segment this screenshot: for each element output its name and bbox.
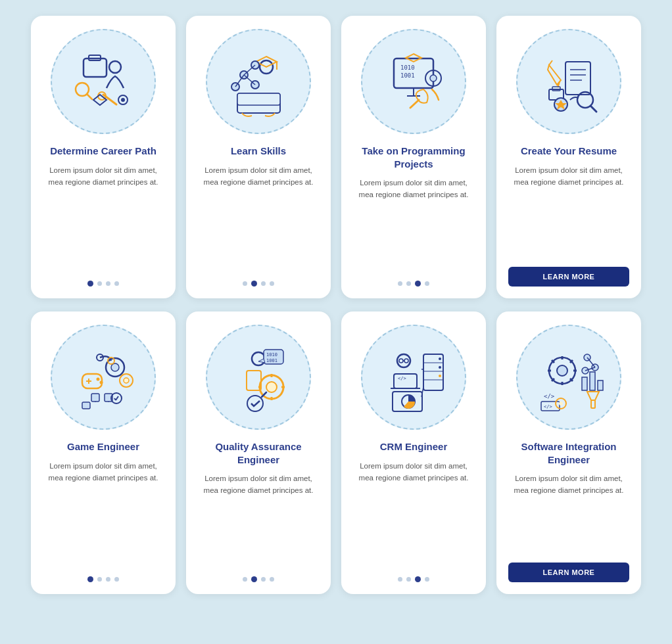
dot	[415, 281, 421, 287]
learn-more-button-software[interactable]: LEARN MORE	[508, 563, 629, 582]
dot	[270, 577, 274, 582]
svg-rect-107	[582, 377, 587, 390]
card-body-learn: Lorem ipsum dolor sit dim amet, mea regi…	[198, 164, 319, 272]
dot	[106, 577, 110, 582]
svg-line-4	[87, 94, 92, 99]
svg-text:</>: </>	[398, 376, 406, 381]
card-row-2: Game Engineer Lorem ipsum dolor sit dim …	[16, 311, 656, 594]
card-title-crm: CRM Engineer	[380, 440, 448, 453]
dot	[114, 281, 119, 286]
svg-point-76	[404, 359, 408, 363]
card-create-resume: Create Your Resume Lorem ipsum dolor sit…	[496, 16, 641, 298]
dot	[398, 281, 402, 286]
dot	[261, 577, 266, 582]
svg-rect-0	[84, 58, 107, 77]
learn-more-button-resume[interactable]: LEARN MORE	[508, 267, 629, 287]
svg-point-28	[430, 75, 437, 81]
svg-point-48	[111, 363, 119, 371]
svg-line-105	[587, 357, 595, 367]
svg-rect-20	[237, 93, 280, 105]
svg-rect-111	[591, 400, 595, 408]
card-dots-game	[87, 576, 119, 582]
dot	[270, 281, 274, 286]
card-icon-software: </> </>	[516, 325, 621, 430]
svg-point-46	[100, 381, 103, 384]
svg-marker-110	[587, 392, 599, 400]
card-icon-game	[51, 325, 156, 430]
svg-line-16	[244, 65, 255, 75]
card-icon-crm: </>	[361, 325, 466, 430]
dot	[251, 281, 257, 287]
svg-point-8	[121, 98, 125, 102]
card-title-learn: Learn Skills	[231, 145, 286, 158]
svg-rect-51	[91, 394, 99, 402]
card-dots-determine	[87, 281, 119, 287]
card-body-software: Lorem ipsum dolor sit dim amet, mea regi…	[508, 472, 629, 553]
svg-text:1010: 1010	[266, 352, 277, 357]
svg-line-26	[410, 100, 419, 108]
dot	[415, 576, 421, 582]
svg-point-85	[439, 357, 441, 360]
dot	[87, 281, 93, 287]
card-icon-learn	[206, 29, 311, 134]
card-dots-qa	[243, 576, 274, 582]
svg-text:1001: 1001	[266, 358, 277, 363]
dot	[97, 281, 102, 286]
card-body-qa: Lorem ipsum dolor sit dim amet, mea regi…	[198, 472, 319, 567]
svg-rect-53	[82, 402, 90, 409]
card-determine-career-path: Determine Career Path Lorem ipsum dolor …	[31, 16, 176, 298]
svg-rect-42	[82, 374, 102, 388]
card-title-resume: Create Your Resume	[521, 145, 617, 158]
svg-text:1010: 1010	[400, 64, 415, 71]
svg-text:1001: 1001	[400, 72, 415, 79]
dot	[406, 281, 411, 286]
svg-text:</>: </>	[544, 404, 552, 409]
svg-line-17	[244, 75, 255, 85]
svg-rect-108	[590, 372, 595, 390]
card-icon-resume	[516, 29, 621, 134]
card-crm-engineer: </> CRM Engineer Lorem ipsu	[341, 311, 486, 594]
svg-point-75	[399, 359, 403, 363]
dot	[243, 577, 247, 582]
card-dots-programming	[398, 281, 429, 287]
card-qa-engineer: 1010 1001 Quality Assurance Engi	[186, 311, 331, 594]
card-software-integration: </> </> Software Integration Engineer Lo…	[496, 311, 641, 594]
dot	[425, 577, 429, 582]
card-title-determine: Determine Career Path	[50, 145, 156, 158]
card-body-game: Lorem ipsum dolor sit dim amet, mea regi…	[43, 460, 164, 568]
svg-text:</>: </>	[544, 393, 555, 400]
card-programming-projects: 1010 1001 Take on Programming Projects L…	[341, 16, 486, 298]
svg-line-58	[116, 396, 118, 400]
svg-line-37	[590, 106, 596, 112]
dot	[261, 281, 266, 286]
card-body-programming: Lorem ipsum dolor sit dim amet, mea regi…	[353, 177, 474, 271]
svg-point-93	[557, 365, 567, 376]
dot	[251, 576, 257, 582]
dot	[114, 577, 119, 582]
svg-rect-109	[598, 380, 603, 390]
dot	[398, 577, 402, 582]
dot	[406, 577, 411, 582]
card-body-determine: Lorem ipsum dolor sit dim amet, mea regi…	[43, 164, 164, 272]
card-dots-learn	[243, 281, 274, 287]
card-title-programming: Take on Programming Projects	[353, 145, 474, 170]
card-body-resume: Lorem ipsum dolor sit dim amet, mea regi…	[508, 164, 629, 258]
svg-line-18	[235, 75, 244, 87]
card-row-1: Determine Career Path Lorem ipsum dolor …	[16, 16, 656, 298]
dot	[425, 281, 429, 286]
card-title-software: Software Integration Engineer	[508, 440, 629, 466]
card-game-engineer: Game Engineer Lorem ipsum dolor sit dim …	[31, 311, 176, 594]
svg-point-73	[247, 396, 263, 411]
card-title-game: Game Engineer	[67, 440, 139, 453]
card-icon-programming: 1010 1001	[361, 29, 466, 134]
card-icon-determine	[51, 29, 156, 134]
svg-point-50	[124, 378, 129, 383]
card-title-qa: Quality Assurance Engineer	[198, 440, 319, 466]
svg-line-34	[549, 60, 552, 65]
svg-point-86	[439, 366, 441, 369]
card-dots-crm	[398, 576, 429, 582]
svg-marker-65	[258, 359, 265, 363]
card-icon-qa: 1010 1001	[206, 325, 311, 430]
svg-point-68	[266, 382, 277, 392]
card-body-crm: Lorem ipsum dolor sit dim amet, mea regi…	[353, 460, 474, 568]
